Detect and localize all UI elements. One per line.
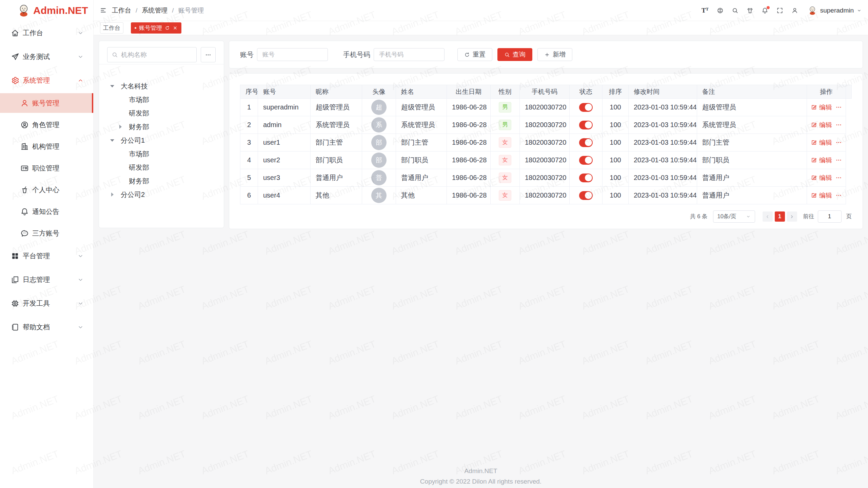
status-toggle[interactable] xyxy=(579,138,593,147)
breadcrumb-item[interactable]: 系统管理 xyxy=(142,6,167,15)
edit-button[interactable]: 编辑 xyxy=(811,138,832,147)
sidebar-item-label: 业务测试 xyxy=(23,52,77,61)
fullscreen-icon[interactable] xyxy=(776,7,783,14)
active-dot-icon xyxy=(135,27,136,29)
avatar: 普 xyxy=(371,170,387,185)
header-gutter xyxy=(846,85,852,99)
column-header: 状态 xyxy=(570,85,603,99)
edit-button[interactable]: 编辑 xyxy=(811,156,832,165)
phone-input[interactable] xyxy=(374,48,445,61)
goto-page-input[interactable] xyxy=(818,210,842,223)
breadcrumb-separator: / xyxy=(172,7,174,14)
sidebar-item-5[interactable]: 机构管理 xyxy=(0,137,93,156)
page-size-select[interactable]: 10条/页 xyxy=(713,210,755,223)
row-more-button[interactable] xyxy=(835,175,842,181)
tab-workbench[interactable]: 工作台 xyxy=(100,22,123,34)
query-buttons: 重置 查询 新增 xyxy=(457,48,572,61)
cell-phone: 18020030720 xyxy=(520,187,570,204)
tree-node-6[interactable]: 研发部 xyxy=(102,161,220,174)
row-more-button[interactable] xyxy=(835,122,842,128)
cell-gender: 男 xyxy=(491,99,520,116)
edit-button[interactable]: 编辑 xyxy=(811,103,832,112)
current-page[interactable]: 1 xyxy=(775,211,785,222)
cell-gender: 女 xyxy=(491,187,520,204)
theme-icon[interactable] xyxy=(747,7,753,14)
sidebar-item-7[interactable]: 个人中心 xyxy=(0,180,93,200)
sidebar-item-3[interactable]: 账号管理 xyxy=(0,93,93,113)
sidebar-item-0[interactable]: 工作台 xyxy=(0,23,93,43)
edit-button[interactable]: 编辑 xyxy=(811,121,832,129)
cell-avatar: 部 xyxy=(362,134,396,151)
tree-node-label: 分公司2 xyxy=(121,190,145,199)
account-input[interactable] xyxy=(257,48,328,61)
gender-tag: 男 xyxy=(499,120,511,130)
row-more-button[interactable] xyxy=(835,192,842,199)
sidebar-item-2[interactable]: 系统管理 xyxy=(0,70,93,90)
user-menu[interactable]: superadmin xyxy=(808,6,862,15)
breadcrumb-separator: / xyxy=(136,7,137,14)
add-button[interactable]: 新增 xyxy=(537,48,572,61)
row-more-button[interactable] xyxy=(835,104,842,110)
cell-name: 超级管理员 xyxy=(396,99,447,116)
avatar: 部 xyxy=(371,152,387,168)
org-search-input[interactable] xyxy=(121,51,192,59)
cell-sort: 100 xyxy=(603,151,629,169)
edit-button[interactable]: 编辑 xyxy=(811,191,832,200)
org-more-button[interactable] xyxy=(201,47,216,62)
cell-name: 普通用户 xyxy=(396,169,447,187)
row-gutter xyxy=(846,169,852,187)
next-page-button[interactable] xyxy=(787,211,797,222)
sidebar-item-13[interactable]: 帮助文档 xyxy=(0,317,93,337)
font-size-icon[interactable]: TT xyxy=(702,7,709,14)
row-more-button[interactable] xyxy=(835,139,842,146)
cell-nickname: 超级管理员 xyxy=(311,99,362,116)
tree-node-3[interactable]: 财务部 xyxy=(102,120,220,134)
sidebar-item-1[interactable]: 业务测试 xyxy=(0,47,93,66)
tree-node-0[interactable]: 大名科技 xyxy=(102,79,220,93)
status-toggle[interactable] xyxy=(579,156,593,165)
search-icon[interactable] xyxy=(732,7,738,14)
breadcrumb-item[interactable]: 工作台 xyxy=(112,6,131,15)
row-gutter xyxy=(846,134,852,151)
status-toggle[interactable] xyxy=(579,174,593,182)
sidebar-item-8[interactable]: 通知公告 xyxy=(0,202,93,221)
search-button[interactable]: 查询 xyxy=(497,48,532,61)
sidebar-item-12[interactable]: 开发工具 xyxy=(0,293,93,313)
language-icon[interactable] xyxy=(717,7,724,14)
tree-node-1[interactable]: 市场部 xyxy=(102,93,220,106)
cell-account: user4 xyxy=(258,187,311,204)
tree-node-7[interactable]: 财务部 xyxy=(102,174,220,188)
status-toggle[interactable] xyxy=(579,103,593,112)
collapse-menu-icon[interactable] xyxy=(100,7,106,14)
sidebar-item-4[interactable]: 角色管理 xyxy=(0,115,93,135)
status-toggle[interactable] xyxy=(579,191,593,200)
status-toggle[interactable] xyxy=(579,121,593,129)
prev-page-button[interactable] xyxy=(763,211,773,222)
logo[interactable]: Admin.NET xyxy=(0,0,93,21)
edit-button[interactable]: 编辑 xyxy=(811,174,832,182)
search-icon xyxy=(112,52,118,58)
cell-avatar: 普 xyxy=(362,169,396,187)
profile-icon[interactable] xyxy=(791,7,798,14)
tab-refresh-icon[interactable] xyxy=(165,25,170,30)
sidebar-item-11[interactable]: 日志管理 xyxy=(0,270,93,289)
cell-gender: 男 xyxy=(491,116,520,134)
tree-node-8[interactable]: 分公司2 xyxy=(102,188,220,201)
avatar: 部 xyxy=(371,135,387,150)
tree-node-2[interactable]: 研发部 xyxy=(102,106,220,120)
avatar: 超 xyxy=(371,100,387,115)
cell-avatar: 其 xyxy=(362,187,396,204)
sidebar-item-9[interactable]: 三方账号 xyxy=(0,223,93,243)
sidebar-item-6[interactable]: 职位管理 xyxy=(0,158,93,178)
sidebar-item-10[interactable]: 平台管理 xyxy=(0,246,93,266)
avatar-text: 系 xyxy=(376,121,382,129)
notification-bell-icon[interactable] xyxy=(762,7,768,14)
tree-node-5[interactable]: 市场部 xyxy=(102,147,220,161)
tree-node-4[interactable]: 分公司1 xyxy=(102,134,220,147)
reset-button[interactable]: 重置 xyxy=(457,48,492,61)
row-more-button[interactable] xyxy=(835,157,842,163)
cell-remark: 超级管理员 xyxy=(697,99,807,116)
tab-account-management[interactable]: 账号管理 xyxy=(131,22,181,34)
page-content: 大名科技市场部研发部财务部分公司1市场部研发部财务部分公司2 账号 手机号码 重… xyxy=(94,35,868,488)
tab-close-icon[interactable] xyxy=(173,25,178,30)
